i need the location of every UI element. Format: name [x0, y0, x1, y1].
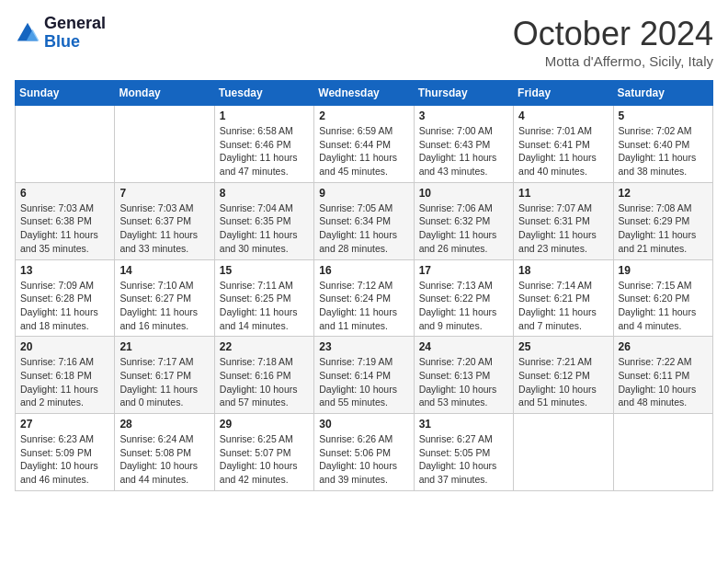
day-detail: Sunrise: 7:03 AMSunset: 6:37 PMDaylight:… — [119, 201, 209, 256]
day-detail: Sunrise: 6:23 AMSunset: 5:09 PMDaylight:… — [20, 432, 109, 487]
calendar-week-row: 1Sunrise: 6:58 AMSunset: 6:46 PMDaylight… — [16, 106, 713, 183]
day-detail: Sunrise: 7:20 AMSunset: 6:13 PMDaylight:… — [419, 355, 508, 409]
day-detail: Sunrise: 7:02 AMSunset: 6:40 PMDaylight:… — [619, 124, 708, 178]
day-number: 6 — [20, 187, 109, 200]
day-detail: Sunrise: 7:08 AMSunset: 6:29 PMDaylight:… — [619, 201, 708, 256]
day-detail: Sunrise: 7:01 AMSunset: 6:41 PMDaylight:… — [518, 124, 608, 178]
day-number: 20 — [20, 340, 109, 353]
day-detail: Sunrise: 6:26 AMSunset: 5:06 PMDaylight:… — [319, 432, 408, 487]
calendar-week-row: 6Sunrise: 7:03 AMSunset: 6:38 PMDaylight… — [16, 182, 713, 259]
day-number: 19 — [619, 264, 708, 277]
calendar-cell: 24Sunrise: 7:20 AMSunset: 6:13 PMDayligh… — [414, 337, 513, 414]
calendar-cell: 11Sunrise: 7:07 AMSunset: 6:31 PMDayligh… — [514, 182, 613, 259]
day-detail: Sunrise: 6:27 AMSunset: 5:05 PMDaylight:… — [419, 432, 508, 487]
calendar-cell: 31Sunrise: 6:27 AMSunset: 5:05 PMDayligh… — [414, 414, 513, 491]
day-detail: Sunrise: 7:21 AMSunset: 6:12 PMDaylight:… — [518, 355, 608, 409]
calendar-cell: 5Sunrise: 7:02 AMSunset: 6:40 PMDaylight… — [613, 106, 712, 183]
day-detail: Sunrise: 6:59 AMSunset: 6:44 PMDaylight:… — [319, 124, 408, 178]
day-detail: Sunrise: 6:25 AMSunset: 5:07 PMDaylight:… — [220, 432, 309, 487]
calendar-cell: 21Sunrise: 7:17 AMSunset: 6:17 PMDayligh… — [115, 337, 214, 414]
day-number: 27 — [20, 418, 109, 431]
calendar-cell: 4Sunrise: 7:01 AMSunset: 6:41 PMDaylight… — [514, 106, 613, 183]
day-number: 15 — [220, 264, 309, 277]
calendar-cell: 9Sunrise: 7:05 AMSunset: 6:34 PMDaylight… — [314, 182, 414, 259]
weekday-header: Sunday — [16, 81, 115, 106]
day-detail: Sunrise: 7:12 AMSunset: 6:24 PMDaylight:… — [319, 279, 408, 333]
calendar-cell: 12Sunrise: 7:08 AMSunset: 6:29 PMDayligh… — [613, 182, 712, 259]
calendar-cell: 8Sunrise: 7:04 AMSunset: 6:35 PMDaylight… — [214, 182, 313, 259]
logo-blue: Blue — [44, 33, 106, 52]
calendar-cell: 1Sunrise: 6:58 AMSunset: 6:46 PMDaylight… — [214, 106, 313, 183]
page-header: General Blue October 2024 Motta d'Afferm… — [15, 15, 713, 69]
day-detail: Sunrise: 7:16 AMSunset: 6:18 PMDaylight:… — [20, 355, 109, 409]
calendar-cell — [514, 414, 613, 491]
day-number: 10 — [419, 187, 508, 200]
calendar-cell: 3Sunrise: 7:00 AMSunset: 6:43 PMDaylight… — [414, 106, 513, 183]
day-detail: Sunrise: 7:10 AMSunset: 6:27 PMDaylight:… — [119, 279, 209, 333]
day-number: 21 — [119, 340, 209, 353]
day-number: 11 — [518, 187, 608, 200]
calendar-cell: 26Sunrise: 7:22 AMSunset: 6:11 PMDayligh… — [613, 337, 712, 414]
day-number: 25 — [518, 340, 608, 353]
calendar-cell: 10Sunrise: 7:06 AMSunset: 6:32 PMDayligh… — [414, 182, 513, 259]
day-number: 3 — [419, 109, 508, 122]
title-section: October 2024 Motta d'Affermo, Sicily, It… — [513, 15, 713, 69]
calendar-cell: 22Sunrise: 7:18 AMSunset: 6:16 PMDayligh… — [214, 337, 313, 414]
calendar-cell: 29Sunrise: 6:25 AMSunset: 5:07 PMDayligh… — [214, 414, 313, 491]
calendar-table: SundayMondayTuesdayWednesdayThursdayFrid… — [15, 80, 713, 491]
day-number: 4 — [518, 109, 608, 122]
day-number: 29 — [220, 418, 309, 431]
weekday-header: Friday — [514, 81, 613, 106]
weekday-header: Tuesday — [214, 81, 313, 106]
day-number: 24 — [419, 340, 508, 353]
calendar-cell: 7Sunrise: 7:03 AMSunset: 6:37 PMDaylight… — [115, 182, 214, 259]
day-detail: Sunrise: 7:09 AMSunset: 6:28 PMDaylight:… — [20, 279, 109, 333]
day-number: 18 — [518, 264, 608, 277]
day-number: 17 — [419, 264, 508, 277]
day-detail: Sunrise: 7:19 AMSunset: 6:14 PMDaylight:… — [319, 355, 408, 409]
calendar-cell: 2Sunrise: 6:59 AMSunset: 6:44 PMDaylight… — [314, 106, 414, 183]
day-number: 22 — [220, 340, 309, 353]
calendar-cell: 27Sunrise: 6:23 AMSunset: 5:09 PMDayligh… — [16, 414, 115, 491]
calendar-header-row: SundayMondayTuesdayWednesdayThursdayFrid… — [16, 81, 713, 106]
calendar-cell: 17Sunrise: 7:13 AMSunset: 6:22 PMDayligh… — [414, 259, 513, 337]
weekday-header: Monday — [115, 81, 214, 106]
day-detail: Sunrise: 7:06 AMSunset: 6:32 PMDaylight:… — [419, 201, 508, 256]
day-detail: Sunrise: 7:07 AMSunset: 6:31 PMDaylight:… — [518, 201, 608, 256]
weekday-header: Saturday — [613, 81, 712, 106]
calendar-week-row: 27Sunrise: 6:23 AMSunset: 5:09 PMDayligh… — [16, 414, 713, 491]
calendar-cell: 28Sunrise: 6:24 AMSunset: 5:08 PMDayligh… — [115, 414, 214, 491]
day-detail: Sunrise: 7:00 AMSunset: 6:43 PMDaylight:… — [419, 124, 508, 178]
calendar-cell: 19Sunrise: 7:15 AMSunset: 6:20 PMDayligh… — [613, 259, 712, 337]
day-number: 5 — [619, 109, 708, 122]
calendar-cell: 20Sunrise: 7:16 AMSunset: 6:18 PMDayligh… — [16, 337, 115, 414]
day-detail: Sunrise: 7:13 AMSunset: 6:22 PMDaylight:… — [419, 279, 508, 333]
day-detail: Sunrise: 7:04 AMSunset: 6:35 PMDaylight:… — [220, 201, 309, 256]
day-detail: Sunrise: 6:24 AMSunset: 5:08 PMDaylight:… — [119, 432, 209, 487]
day-number: 8 — [220, 187, 309, 200]
calendar-cell: 18Sunrise: 7:14 AMSunset: 6:21 PMDayligh… — [514, 259, 613, 337]
calendar-cell — [613, 414, 712, 491]
day-number: 26 — [619, 340, 708, 353]
calendar-cell: 25Sunrise: 7:21 AMSunset: 6:12 PMDayligh… — [514, 337, 613, 414]
day-detail: Sunrise: 6:58 AMSunset: 6:46 PMDaylight:… — [220, 124, 309, 178]
logo: General Blue — [15, 15, 106, 52]
day-number: 1 — [220, 109, 309, 122]
location-title: Motta d'Affermo, Sicily, Italy — [513, 53, 713, 69]
weekday-header: Thursday — [414, 81, 513, 106]
day-number: 2 — [319, 109, 408, 122]
day-number: 16 — [319, 264, 408, 277]
calendar-cell — [16, 106, 115, 183]
day-number: 9 — [319, 187, 408, 200]
calendar-week-row: 13Sunrise: 7:09 AMSunset: 6:28 PMDayligh… — [16, 259, 713, 337]
day-detail: Sunrise: 7:17 AMSunset: 6:17 PMDaylight:… — [119, 355, 209, 409]
logo-icon — [15, 20, 40, 46]
calendar-cell: 30Sunrise: 6:26 AMSunset: 5:06 PMDayligh… — [314, 414, 414, 491]
day-number: 12 — [619, 187, 708, 200]
day-detail: Sunrise: 7:14 AMSunset: 6:21 PMDaylight:… — [518, 279, 608, 333]
day-number: 14 — [119, 264, 209, 277]
day-detail: Sunrise: 7:15 AMSunset: 6:20 PMDaylight:… — [619, 279, 708, 333]
day-detail: Sunrise: 7:11 AMSunset: 6:25 PMDaylight:… — [220, 279, 309, 333]
day-detail: Sunrise: 7:22 AMSunset: 6:11 PMDaylight:… — [619, 355, 708, 409]
calendar-cell — [115, 106, 214, 183]
